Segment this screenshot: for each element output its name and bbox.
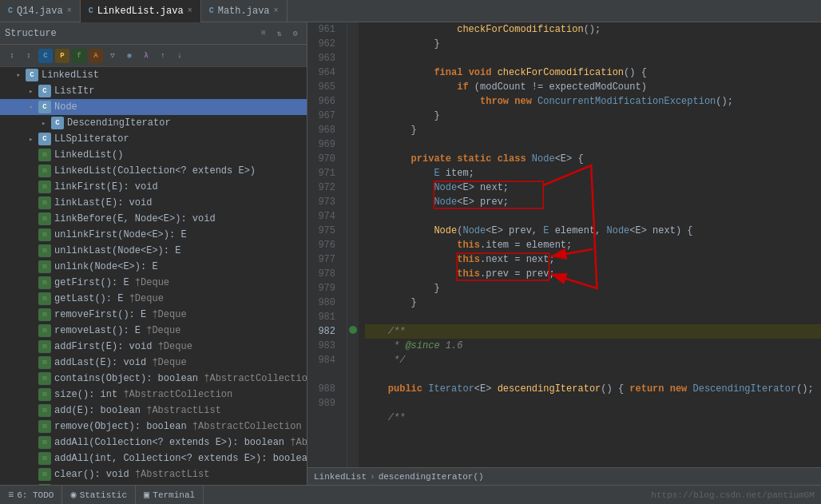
icon-m2: m bbox=[38, 165, 51, 177]
tab-math[interactable]: C Math.java × bbox=[201, 0, 288, 22]
breadcrumb-item-2[interactable]: descendingIterator() bbox=[379, 472, 484, 482]
icon-m21: m bbox=[38, 468, 51, 481]
editor-area: 9619629639649659669679689699709719729739… bbox=[307, 22, 821, 485]
tree-item-m8[interactable]: m unlink(Node<E>): E bbox=[0, 259, 307, 275]
main-area: Structure ≡ ⇅ ⚙ ↕ ↕ C P f A ▽ ◉ λ ↑ ↓ ▾ … bbox=[0, 22, 821, 485]
icon-node: C bbox=[38, 101, 51, 113]
circle-btn[interactable]: ◉ bbox=[122, 49, 137, 63]
line-num-0: 961 bbox=[307, 22, 340, 37]
tree-item-m4[interactable]: m linkLast(E): void bbox=[0, 195, 307, 211]
tree-item-m2[interactable]: m LinkedList(Collection<? extends E>) bbox=[0, 163, 307, 179]
tree-item-m12[interactable]: m removeLast(): E †Deque bbox=[0, 323, 307, 339]
tree-item-m13[interactable]: m addFirst(E): void †Deque bbox=[0, 339, 307, 355]
line-num-17: 978 bbox=[307, 267, 340, 281]
label-m18: remove(Object): boolean †AbstractCollect… bbox=[54, 421, 302, 432]
code-container: 9619629639649659669679689699709719729739… bbox=[307, 22, 821, 467]
tree-item-m21[interactable]: m clear(): void †AbstractList bbox=[0, 466, 307, 482]
tree-item-m20[interactable]: m addAll(int, Collection<? extends E>): … bbox=[0, 450, 307, 466]
tree-container[interactable]: ▾ C LinkedList ▸ C ListItr ▾ C Node bbox=[0, 67, 307, 485]
tree-item-m18[interactable]: m remove(Object): boolean †AbstractColle… bbox=[0, 419, 307, 435]
icon-m12: m bbox=[38, 324, 51, 337]
code-line-16: this.next = next; bbox=[365, 252, 821, 267]
tab-math-close[interactable]: × bbox=[274, 6, 279, 15]
tab-q14[interactable]: C Q14.java × bbox=[0, 0, 81, 22]
sort-icon[interactable]: ≡ bbox=[257, 27, 270, 40]
tree-item-node[interactable]: ▾ C Node bbox=[0, 99, 307, 115]
tree-item-linkedlist[interactable]: ▾ C LinkedList bbox=[0, 67, 307, 83]
icon-m19: m bbox=[38, 436, 51, 449]
icon-listitr: C bbox=[38, 85, 51, 97]
status-statistic[interactable]: ◉ Statistic bbox=[62, 486, 136, 505]
line-num-20: 981 bbox=[307, 310, 340, 324]
tree-item-m17[interactable]: m add(E): boolean †AbstractList bbox=[0, 403, 307, 419]
tab-linkedlist-close[interactable]: × bbox=[188, 6, 192, 15]
line-num-6: 967 bbox=[307, 109, 340, 123]
tree-item-listitr[interactable]: ▸ C ListItr bbox=[0, 83, 307, 99]
tree-item-m3[interactable]: m linkFirst(E): void bbox=[0, 179, 307, 195]
tab-linkedlist-icon: C bbox=[89, 6, 93, 15]
tree-item-desciter[interactable]: ▸ C DescendingIterator bbox=[0, 115, 307, 131]
tree-item-m11[interactable]: m removeFirst(): E †Deque bbox=[0, 307, 307, 323]
tab-linkedlist[interactable]: C LinkedList.java × bbox=[81, 0, 201, 22]
tree-item-m9[interactable]: m getFirst(): E †Deque bbox=[0, 275, 307, 291]
structure-header: Structure ≡ ⇅ ⚙ bbox=[0, 22, 307, 45]
label-m11: removeFirst(): E †Deque bbox=[54, 309, 187, 320]
sort2-icon[interactable]: ⇅ bbox=[273, 27, 286, 40]
terminal-icon: ▣ bbox=[144, 489, 149, 501]
code-line-2 bbox=[365, 51, 821, 65]
tree-item-m16[interactable]: m size(): int †AbstractCollection bbox=[0, 387, 307, 403]
breadcrumb-item-1[interactable]: LinkedList bbox=[314, 472, 367, 482]
code-line-13 bbox=[365, 209, 821, 224]
tree-item-m1[interactable]: m LinkedList() bbox=[0, 147, 307, 163]
code-line-19: } bbox=[365, 296, 821, 310]
tree-item-m19[interactable]: m addAll(Collection<? extends E>): boole… bbox=[0, 435, 307, 450]
code-line-9: private static class Node<E> { bbox=[365, 152, 821, 166]
settings-icon[interactable]: ⚙ bbox=[289, 27, 302, 40]
code-lines[interactable]: checkForComodification(); } final void c… bbox=[359, 22, 821, 467]
lambda-btn[interactable]: λ bbox=[139, 49, 153, 63]
sort-za-btn[interactable]: ↕ bbox=[22, 49, 36, 63]
tree-item-m10[interactable]: m getLast(): E †Deque bbox=[0, 291, 307, 307]
breadcrumb-bar: LinkedList › descendingIterator() bbox=[307, 467, 821, 485]
move-up-btn[interactable]: ↑ bbox=[156, 49, 170, 63]
tab-math-icon: C bbox=[209, 6, 214, 15]
icon-m1: m bbox=[38, 149, 51, 161]
filter-class-btn[interactable]: C bbox=[38, 49, 53, 63]
arrow-desciter: ▸ bbox=[42, 119, 51, 128]
line-num-9: 970 bbox=[307, 152, 340, 166]
line-num-10: 971 bbox=[307, 166, 340, 181]
code-line-8 bbox=[365, 137, 821, 152]
tab-q14-label: Q14.java bbox=[17, 6, 63, 17]
icon-m5: m bbox=[38, 212, 51, 225]
filter-prop-btn[interactable]: P bbox=[55, 49, 69, 63]
filter-btn[interactable]: ▽ bbox=[105, 49, 120, 63]
icon-m8: m bbox=[38, 260, 51, 273]
tree-item-m15[interactable]: m contains(Object): boolean †AbstractCol… bbox=[0, 371, 307, 387]
label-m14: addLast(E): void †Deque bbox=[54, 357, 187, 368]
move-down-btn[interactable]: ↓ bbox=[173, 49, 187, 63]
tab-q14-icon: C bbox=[8, 6, 13, 15]
icon-m4: m bbox=[38, 196, 51, 209]
code-line-21: /** bbox=[365, 324, 821, 339]
line-num-27 bbox=[307, 411, 340, 425]
filter-field-btn[interactable]: f bbox=[72, 49, 86, 63]
label-desciter: DescendingIterator bbox=[67, 117, 171, 129]
code-line-10: E item; bbox=[365, 166, 821, 181]
code-line-27: /** bbox=[365, 411, 821, 425]
tab-q14-close[interactable]: × bbox=[67, 6, 72, 15]
tree-item-m7[interactable]: m unlinkLast(Node<E>): E bbox=[0, 243, 307, 259]
status-terminal[interactable]: ▣ Terminal bbox=[136, 486, 204, 505]
label-m13: addFirst(E): void †Deque bbox=[54, 341, 192, 352]
sort-az-btn[interactable]: ↕ bbox=[5, 49, 19, 63]
tree-item-m14[interactable]: m addLast(E): void †Deque bbox=[0, 355, 307, 371]
tree-item-m5[interactable]: m linkBefore(E, Node<E>): void bbox=[0, 211, 307, 227]
label-m9: getFirst(): E †Deque bbox=[54, 277, 169, 288]
code-line-14: Node(Node<E> prev, E element, Node<E> ne… bbox=[365, 224, 821, 238]
status-todo[interactable]: ≡ 6: TODO bbox=[0, 486, 62, 505]
tree-item-llsplit[interactable]: ▸ C LLSpliterator bbox=[0, 131, 307, 147]
line-num-26: 989 bbox=[307, 396, 340, 411]
filter-annot-btn[interactable]: A bbox=[89, 49, 103, 63]
tree-item-m6[interactable]: m unlinkFirst(Node<E>): E bbox=[0, 227, 307, 243]
code-line-3: final void checkForComodification() { bbox=[365, 65, 821, 80]
icon-m6: m bbox=[38, 228, 51, 241]
